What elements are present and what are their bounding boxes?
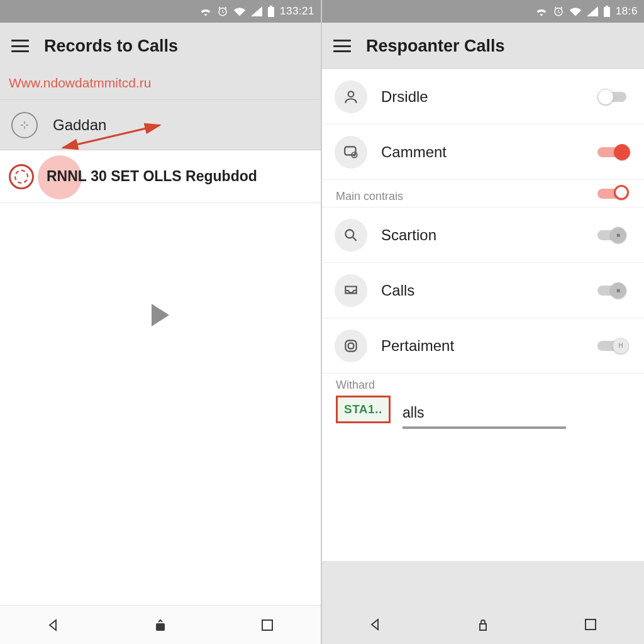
settings-list: Drsidle Camment Main contrais Scartion ■ xyxy=(322,69,644,429)
toggle-drsidle[interactable] xyxy=(597,87,631,106)
bottom-panel xyxy=(322,561,644,605)
setting-label: Calls xyxy=(381,282,584,299)
nav-back-button[interactable] xyxy=(367,616,384,633)
setting-label: Scartion xyxy=(381,226,584,244)
annotation-arrow-icon xyxy=(59,121,166,153)
svg-rect-4 xyxy=(156,623,165,631)
page-title: Records to Calls xyxy=(44,36,178,56)
svg-rect-16 xyxy=(586,619,596,630)
svg-rect-14 xyxy=(348,343,354,348)
status-time: 18:6 xyxy=(616,5,638,18)
svg-rect-5 xyxy=(262,620,272,630)
page-title: Respoanter Calls xyxy=(366,36,505,56)
svg-rect-13 xyxy=(345,340,356,351)
nav-back-button[interactable] xyxy=(45,616,62,634)
withard-tail: alls xyxy=(402,404,630,421)
section-header: Main contrais xyxy=(322,180,597,207)
url-row[interactable]: Www.ndowdatmmitcd.ru xyxy=(0,69,321,100)
record-text: RNNL 30 SET OLLS Regubdod xyxy=(47,168,257,185)
status-bar: 18:6 xyxy=(322,0,644,23)
wifi-icon xyxy=(535,6,548,16)
record-icon xyxy=(9,164,34,189)
url-text: Www.ndowdatmmitcd.ru xyxy=(9,75,151,90)
app-bar: Respoanter Calls xyxy=(322,23,644,69)
alarm-icon xyxy=(553,6,564,17)
status-time: 133:21 xyxy=(280,5,314,18)
app-icon xyxy=(335,330,367,362)
screen-settings: 18:6 Respoanter Calls Drsidle Camment Ma… xyxy=(322,0,644,644)
setting-label: Camment xyxy=(381,143,584,161)
setting-calls[interactable]: Calls ■ xyxy=(322,263,644,318)
alarm-icon xyxy=(217,6,228,17)
setting-drsidle[interactable]: Drsidle xyxy=(322,69,644,125)
nav-recent-button[interactable] xyxy=(582,616,599,633)
nav-bar xyxy=(322,605,644,644)
toggle-calls[interactable]: ■ xyxy=(597,281,631,300)
battery-icon xyxy=(603,6,611,17)
highlight-box[interactable]: STA1.. xyxy=(336,396,391,423)
user-icon xyxy=(11,112,38,138)
nav-home-button[interactable] xyxy=(474,616,492,633)
toggle-pertaiment[interactable]: H xyxy=(597,336,631,355)
search-icon xyxy=(335,219,367,252)
content-area xyxy=(0,203,321,605)
record-row[interactable]: RNNL 30 SET OLLS Regubdod xyxy=(0,150,321,203)
inbox-icon xyxy=(335,274,367,307)
svg-line-3 xyxy=(63,125,160,148)
withard-block: Withard STA1.. alls xyxy=(322,374,644,429)
signal-icon xyxy=(251,6,262,16)
play-icon[interactable] xyxy=(152,304,169,326)
screen-records: 133:21 Records to Calls Www.ndowdatmmitc… xyxy=(0,0,322,644)
nav-recent-button[interactable] xyxy=(258,616,276,634)
status-bar: 133:21 xyxy=(0,0,321,23)
battery-icon xyxy=(267,6,275,17)
svg-point-9 xyxy=(348,91,354,97)
menu-button[interactable] xyxy=(11,40,29,52)
comment-icon xyxy=(335,136,367,169)
wifi-icon xyxy=(199,6,212,16)
toggle-main-contrais[interactable] xyxy=(597,184,631,203)
spacer xyxy=(322,429,644,561)
svg-rect-15 xyxy=(480,624,486,630)
wifi-solid-icon xyxy=(569,6,582,16)
app-bar: Records to Calls xyxy=(0,23,321,69)
withard-header: Withard xyxy=(336,379,630,392)
highlight-text: STA1.. xyxy=(344,402,382,416)
menu-button[interactable] xyxy=(333,40,351,52)
svg-rect-8 xyxy=(606,6,608,7)
setting-label: Pertaiment xyxy=(381,337,584,355)
wifi-solid-icon xyxy=(233,6,246,16)
nav-bar xyxy=(0,605,321,644)
signal-icon xyxy=(587,6,598,16)
toggle-camment[interactable] xyxy=(597,143,631,162)
svg-rect-1 xyxy=(268,7,274,17)
setting-pertaiment[interactable]: Pertaiment H xyxy=(322,318,644,374)
svg-point-12 xyxy=(345,230,353,238)
svg-rect-2 xyxy=(270,6,272,7)
setting-label: Drsidle xyxy=(381,88,584,106)
nav-home-button[interactable] xyxy=(152,616,169,634)
setting-scartion[interactable]: Scartion ■ xyxy=(322,208,644,263)
setting-camment[interactable]: Camment xyxy=(322,125,644,180)
svg-rect-7 xyxy=(604,7,610,17)
toggle-scartion[interactable]: ■ xyxy=(597,226,631,245)
person-icon xyxy=(335,80,367,113)
section-main-contrais: Main contrais xyxy=(322,180,644,208)
